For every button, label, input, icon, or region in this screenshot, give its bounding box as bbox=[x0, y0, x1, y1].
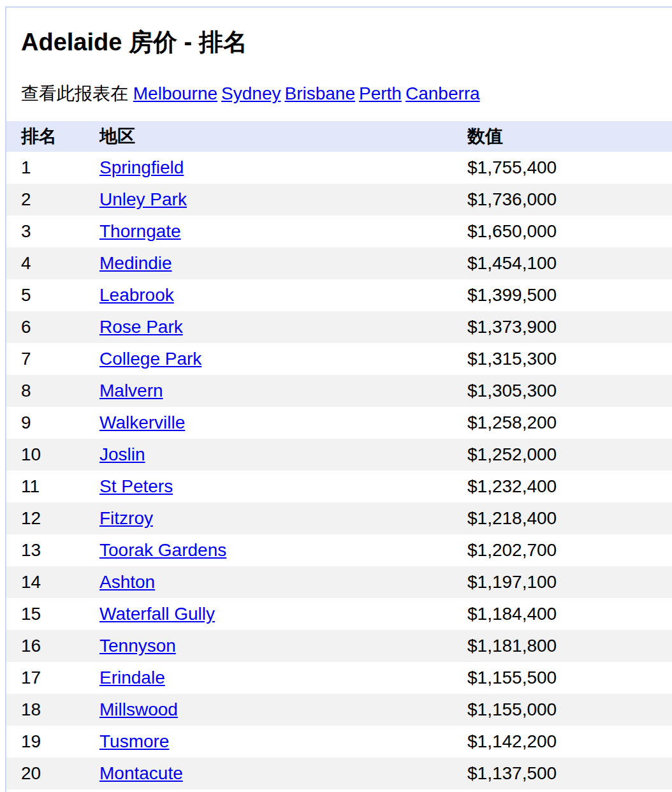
area-link[interactable]: Thorngate bbox=[99, 221, 181, 241]
table-header: 排名 地区 数值 bbox=[6, 121, 672, 152]
area-cell: Montacute bbox=[99, 758, 467, 789]
rank-cell: 1 bbox=[6, 152, 99, 184]
rank-cell: 17 bbox=[6, 662, 99, 694]
area-cell: College Park bbox=[99, 343, 467, 375]
area-link[interactable]: Ashton bbox=[99, 572, 155, 592]
value-cell: $1,142,200 bbox=[467, 726, 672, 758]
header-area: 地区 bbox=[99, 121, 467, 152]
area-link[interactable]: Toorak Gardens bbox=[99, 540, 226, 560]
city-link-sydney[interactable]: Sydney bbox=[221, 84, 281, 103]
rank-cell: 10 bbox=[6, 439, 99, 471]
city-link-perth[interactable]: Perth bbox=[359, 84, 402, 103]
page-title: Adelaide 房价 - 排名 bbox=[6, 8, 672, 56]
table-row: 4Medindie$1,454,100 bbox=[6, 247, 672, 279]
table-row: 1Springfield$1,755,400 bbox=[6, 152, 672, 184]
area-cell: Fitzroy bbox=[99, 502, 467, 534]
area-cell: Millswood bbox=[99, 694, 467, 726]
value-cell: $1,736,000 bbox=[467, 184, 672, 216]
area-cell: Rose Park bbox=[99, 311, 467, 343]
table-row: 3Thorngate$1,650,000 bbox=[6, 216, 672, 247]
table-row: 11St Peters$1,232,400 bbox=[6, 471, 672, 502]
value-cell: $1,373,900 bbox=[467, 311, 672, 343]
value-cell: $1,202,700 bbox=[467, 534, 672, 566]
table-row: 7College Park$1,315,300 bbox=[6, 343, 672, 375]
city-link-canberra[interactable]: Canberra bbox=[405, 84, 480, 103]
table-row: 14Ashton$1,197,100 bbox=[6, 566, 672, 598]
rank-cell: 15 bbox=[6, 598, 99, 630]
value-cell: $1,315,300 bbox=[467, 343, 672, 375]
table-row: 9Walkerville$1,258,200 bbox=[6, 407, 672, 439]
city-links: MelbourneSydneyBrisbanePerthCanberra bbox=[133, 84, 484, 103]
report-links-line: 查看此报表在 MelbourneSydneyBrisbanePerthCanbe… bbox=[6, 56, 672, 121]
area-link[interactable]: Walkerville bbox=[99, 413, 185, 432]
area-link[interactable]: Tennyson bbox=[99, 636, 176, 656]
value-cell: $1,155,500 bbox=[467, 662, 672, 694]
area-cell: Tennyson bbox=[99, 630, 467, 662]
area-link[interactable]: Montacute bbox=[99, 763, 183, 783]
area-cell: Walkerville bbox=[99, 407, 467, 439]
rank-cell: 8 bbox=[6, 375, 99, 407]
area-link[interactable]: Joslin bbox=[99, 444, 145, 464]
rank-cell: 18 bbox=[6, 694, 99, 726]
rank-cell: 3 bbox=[6, 216, 99, 247]
value-cell: $1,755,400 bbox=[467, 152, 672, 184]
rank-cell: 14 bbox=[6, 566, 99, 598]
area-link[interactable]: Rose Park bbox=[99, 317, 183, 337]
area-cell: Leabrook bbox=[99, 279, 467, 311]
report-page: Adelaide 房价 - 排名 查看此报表在 MelbourneSydneyB… bbox=[5, 6, 672, 792]
rank-cell: 5 bbox=[6, 279, 99, 311]
area-link[interactable]: Erindale bbox=[99, 668, 165, 687]
table-row: 19Tusmore$1,142,200 bbox=[6, 726, 672, 758]
report-links-prefix: 查看此报表在 bbox=[21, 84, 128, 103]
area-link[interactable]: Waterfall Gully bbox=[99, 604, 215, 624]
rank-cell: 20 bbox=[6, 758, 99, 789]
table-row: 6Rose Park$1,373,900 bbox=[6, 311, 672, 343]
table-row: 12Fitzroy$1,218,400 bbox=[6, 502, 672, 534]
ranking-table: 排名 地区 数值 1Springfield$1,755,4002Unley Pa… bbox=[6, 121, 672, 789]
value-cell: $1,454,100 bbox=[467, 247, 672, 279]
table-row: 8Malvern$1,305,300 bbox=[6, 375, 672, 407]
area-cell: Unley Park bbox=[99, 184, 467, 216]
value-cell: $1,197,100 bbox=[467, 566, 672, 598]
rank-cell: 4 bbox=[6, 247, 99, 279]
table-row: 10Joslin$1,252,000 bbox=[6, 439, 672, 471]
area-link[interactable]: Springfield bbox=[99, 158, 184, 177]
area-cell: Thorngate bbox=[99, 216, 467, 247]
table-row: 18Millswood$1,155,000 bbox=[6, 694, 672, 726]
area-link[interactable]: Unley Park bbox=[99, 189, 187, 209]
area-link[interactable]: College Park bbox=[99, 349, 201, 369]
rank-cell: 6 bbox=[6, 311, 99, 343]
value-cell: $1,218,400 bbox=[467, 502, 672, 534]
table-row: 15Waterfall Gully$1,184,400 bbox=[6, 598, 672, 630]
area-cell: Joslin bbox=[99, 439, 467, 471]
area-link[interactable]: St Peters bbox=[99, 476, 173, 496]
value-cell: $1,137,500 bbox=[467, 758, 672, 789]
value-cell: $1,650,000 bbox=[467, 216, 672, 247]
area-link[interactable]: Tusmore bbox=[99, 731, 169, 751]
city-link-brisbane[interactable]: Brisbane bbox=[285, 84, 356, 103]
value-cell: $1,232,400 bbox=[467, 471, 672, 502]
area-cell: Tusmore bbox=[99, 726, 467, 758]
table-row: 17Erindale$1,155,500 bbox=[6, 662, 672, 694]
area-cell: Ashton bbox=[99, 566, 467, 598]
area-cell: Toorak Gardens bbox=[99, 534, 467, 566]
area-link[interactable]: Malvern bbox=[99, 381, 163, 400]
area-link[interactable]: Millswood bbox=[99, 700, 178, 719]
area-link[interactable]: Leabrook bbox=[99, 285, 174, 305]
city-link-melbourne[interactable]: Melbourne bbox=[133, 84, 217, 103]
area-cell: Waterfall Gully bbox=[99, 598, 467, 630]
table-header-row: 排名 地区 数值 bbox=[6, 121, 672, 152]
rank-cell: 9 bbox=[6, 407, 99, 439]
table-row: 13Toorak Gardens$1,202,700 bbox=[6, 534, 672, 566]
table-row: 16Tennyson$1,181,800 bbox=[6, 630, 672, 662]
value-cell: $1,155,000 bbox=[467, 694, 672, 726]
area-cell: Malvern bbox=[99, 375, 467, 407]
area-cell: Medindie bbox=[99, 247, 467, 279]
table-row: 5Leabrook$1,399,500 bbox=[6, 279, 672, 311]
area-link[interactable]: Medindie bbox=[99, 253, 172, 273]
area-link[interactable]: Fitzroy bbox=[99, 508, 153, 528]
value-cell: $1,399,500 bbox=[467, 279, 672, 311]
value-cell: $1,252,000 bbox=[467, 439, 672, 471]
area-cell: Springfield bbox=[99, 152, 467, 184]
table-row: 20Montacute$1,137,500 bbox=[6, 758, 672, 789]
